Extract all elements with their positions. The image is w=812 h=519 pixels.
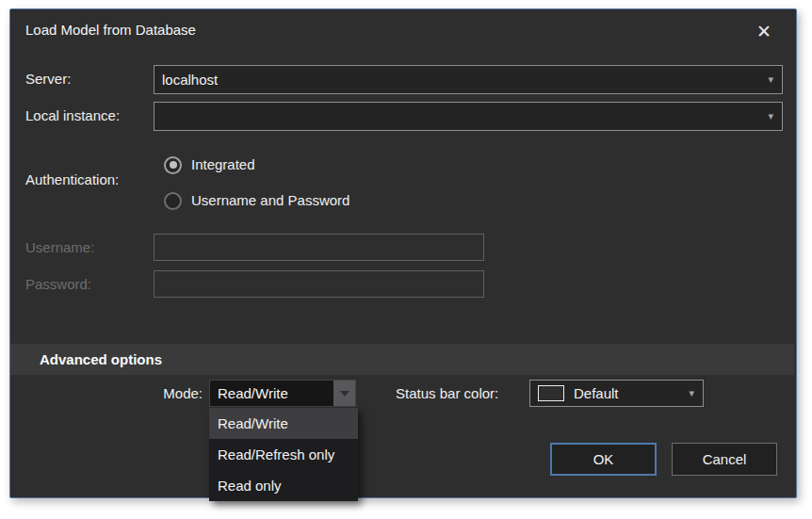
radio-username-password-label: Username and Password bbox=[191, 191, 349, 210]
local-instance-combobox[interactable]: ▾ bbox=[154, 102, 783, 131]
load-model-from-database-dialog: Load Model from Database ✕ Server: local… bbox=[9, 8, 797, 498]
chevron-down-icon: ▾ bbox=[768, 111, 773, 122]
dropdown-option-read-write[interactable]: Read/Write bbox=[209, 408, 358, 439]
ok-button-label: OK bbox=[593, 451, 614, 467]
status-bar-color-label: Status bar color: bbox=[396, 380, 498, 407]
dropdown-option-read-only[interactable]: Read only bbox=[209, 470, 358, 501]
server-label: Server: bbox=[25, 65, 71, 92]
mode-value: Read/Write bbox=[210, 381, 333, 406]
mode-label: Mode: bbox=[105, 380, 203, 407]
server-value: localhost bbox=[154, 67, 218, 92]
status-bar-color-value: Default bbox=[574, 381, 619, 406]
mode-combobox[interactable]: Read/Write bbox=[209, 380, 356, 407]
color-swatch-icon bbox=[538, 385, 564, 401]
cancel-button-label: Cancel bbox=[703, 451, 747, 467]
password-label: Password: bbox=[25, 270, 91, 298]
local-instance-label: Local instance: bbox=[25, 102, 120, 129]
close-icon: ✕ bbox=[756, 23, 771, 41]
dialog-title: Load Model from Database bbox=[25, 22, 196, 38]
radio-unselected-icon bbox=[164, 192, 182, 210]
chevron-down-icon: ▾ bbox=[689, 388, 694, 398]
radio-username-password[interactable]: Username and Password bbox=[164, 191, 349, 210]
radio-integrated-label: Integrated bbox=[191, 155, 255, 174]
radio-selected-icon bbox=[164, 156, 182, 174]
mode-dropdown-button[interactable] bbox=[333, 381, 355, 406]
username-field bbox=[154, 234, 484, 261]
cancel-button[interactable]: Cancel bbox=[672, 443, 777, 476]
authentication-label: Authentication: bbox=[25, 166, 119, 193]
mode-dropdown-list: Read/Write Read/Refresh only Read only bbox=[209, 408, 358, 501]
advanced-options-title: Advanced options bbox=[40, 344, 162, 375]
password-field bbox=[154, 270, 484, 298]
status-bar-color-combobox[interactable]: Default ▾ bbox=[529, 380, 704, 407]
username-label: Username: bbox=[25, 234, 94, 261]
chevron-down-icon: ▾ bbox=[768, 74, 773, 85]
radio-integrated[interactable]: Integrated bbox=[164, 155, 255, 174]
advanced-options-header-strip: Advanced options bbox=[10, 344, 794, 375]
dropdown-option-read-refresh-only[interactable]: Read/Refresh only bbox=[209, 439, 358, 470]
close-button[interactable]: ✕ bbox=[751, 18, 777, 44]
server-combobox[interactable]: localhost ▾ bbox=[154, 65, 783, 94]
ok-button[interactable]: OK bbox=[550, 443, 657, 476]
chevron-down-icon bbox=[340, 391, 349, 397]
